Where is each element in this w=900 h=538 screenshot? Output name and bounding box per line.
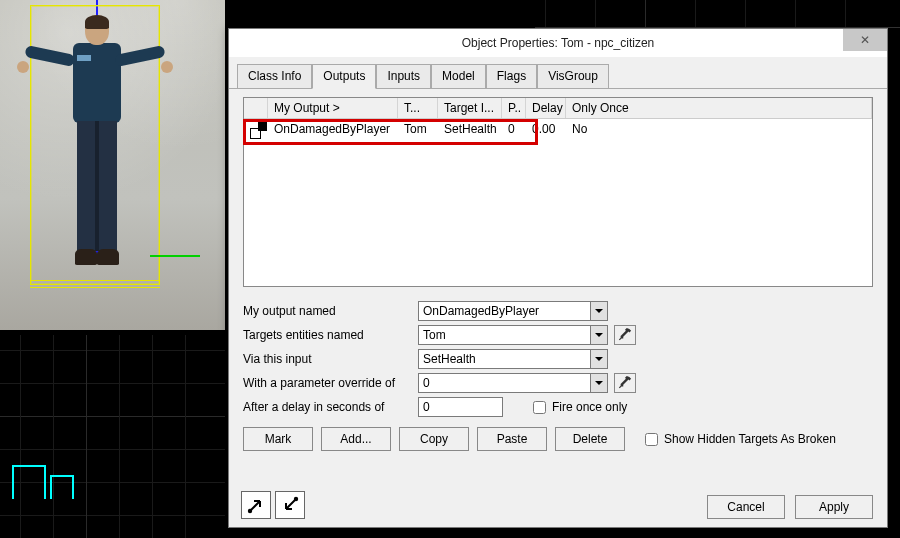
- apply-button[interactable]: Apply: [795, 495, 873, 519]
- label-param: With a parameter override of: [243, 376, 418, 390]
- mark-button[interactable]: Mark: [243, 427, 313, 451]
- tab-outputs[interactable]: Outputs: [312, 64, 376, 89]
- delay-input[interactable]: [418, 397, 503, 417]
- outputs-panel: My Output > T... Target I... P.. Delay O…: [229, 89, 887, 461]
- table-row[interactable]: OnDamagedByPlayer Tom SetHealth 0 0.00 N…: [244, 119, 872, 142]
- delete-button[interactable]: Delete: [555, 427, 625, 451]
- input-name-combo[interactable]: SetHealth: [418, 349, 608, 369]
- fire-once-checkbox[interactable]: Fire once only: [533, 400, 708, 414]
- table-header: My Output > T... Target I... P.. Delay O…: [244, 98, 872, 119]
- eyedropper-param-button[interactable]: [614, 373, 636, 393]
- tab-strip: Class Info Outputs Inputs Model Flags Vi…: [229, 57, 887, 89]
- col-output[interactable]: My Output >: [268, 98, 398, 118]
- fire-once-input[interactable]: [533, 401, 546, 414]
- col-input[interactable]: Target I...: [438, 98, 502, 118]
- tab-model[interactable]: Model: [431, 64, 486, 89]
- svg-point-0: [248, 509, 252, 513]
- col-icon[interactable]: [244, 98, 268, 118]
- show-hidden-checkbox[interactable]: Show Hidden Targets As Broken: [645, 432, 836, 446]
- target-entity-combo[interactable]: Tom: [418, 325, 608, 345]
- cancel-button[interactable]: Cancel: [707, 495, 785, 519]
- viewport-grid-top[interactable]: [535, 0, 900, 28]
- param-override-combo[interactable]: 0: [418, 373, 608, 393]
- tab-visgroup[interactable]: VisGroup: [537, 64, 609, 89]
- chevron-down-icon[interactable]: [590, 302, 607, 320]
- arrow-expand-icon: [246, 495, 266, 515]
- chevron-down-icon[interactable]: [590, 374, 607, 392]
- show-hidden-input[interactable]: [645, 433, 658, 446]
- col-once[interactable]: Only Once: [566, 98, 872, 118]
- tab-flags[interactable]: Flags: [486, 64, 537, 89]
- npc-model: [45, 15, 145, 275]
- output-form: My output named OnDamagedByPlayer Target…: [243, 301, 873, 417]
- eyedropper-target-button[interactable]: [614, 325, 636, 345]
- expand-icon-button[interactable]: [241, 491, 271, 519]
- label-input: Via this input: [243, 352, 418, 366]
- arrow-collapse-icon: [280, 495, 300, 515]
- eyedropper-icon: [618, 328, 632, 342]
- label-output: My output named: [243, 304, 418, 318]
- nav-icons: [241, 491, 305, 519]
- axis-x: [150, 255, 200, 257]
- label-delay: After a delay in seconds of: [243, 400, 418, 414]
- chevron-down-icon[interactable]: [590, 326, 607, 344]
- action-bar: Mark Add... Copy Paste Delete Show Hidde…: [243, 427, 873, 451]
- collapse-icon-button[interactable]: [275, 491, 305, 519]
- tab-class-info[interactable]: Class Info: [237, 64, 312, 89]
- label-target: Targets entities named: [243, 328, 418, 342]
- viewport-3d[interactable]: [0, 0, 225, 330]
- dialog-footer: Cancel Apply: [707, 495, 873, 519]
- add-button[interactable]: Add...: [321, 427, 391, 451]
- eyedropper-icon: [618, 376, 632, 390]
- chevron-down-icon[interactable]: [590, 350, 607, 368]
- output-name-combo[interactable]: OnDamagedByPlayer: [418, 301, 608, 321]
- copy-button[interactable]: Copy: [399, 427, 469, 451]
- dialog-title: Object Properties: Tom - npc_citizen: [462, 36, 655, 50]
- col-delay[interactable]: Delay: [526, 98, 566, 118]
- bbox-base: [30, 280, 160, 288]
- svg-point-1: [294, 497, 298, 501]
- paste-button[interactable]: Paste: [477, 427, 547, 451]
- col-target[interactable]: T...: [398, 98, 438, 118]
- close-icon: ✕: [860, 33, 870, 47]
- close-button[interactable]: ✕: [843, 29, 887, 51]
- viewport-grid-side[interactable]: [0, 335, 225, 538]
- titlebar[interactable]: Object Properties: Tom - npc_citizen ✕: [229, 29, 887, 57]
- outputs-table[interactable]: My Output > T... Target I... P.. Delay O…: [243, 97, 873, 287]
- io-icon: [250, 122, 270, 136]
- col-param[interactable]: P..: [502, 98, 526, 118]
- tab-inputs[interactable]: Inputs: [376, 64, 431, 89]
- object-properties-dialog: Object Properties: Tom - npc_citizen ✕ C…: [228, 28, 888, 528]
